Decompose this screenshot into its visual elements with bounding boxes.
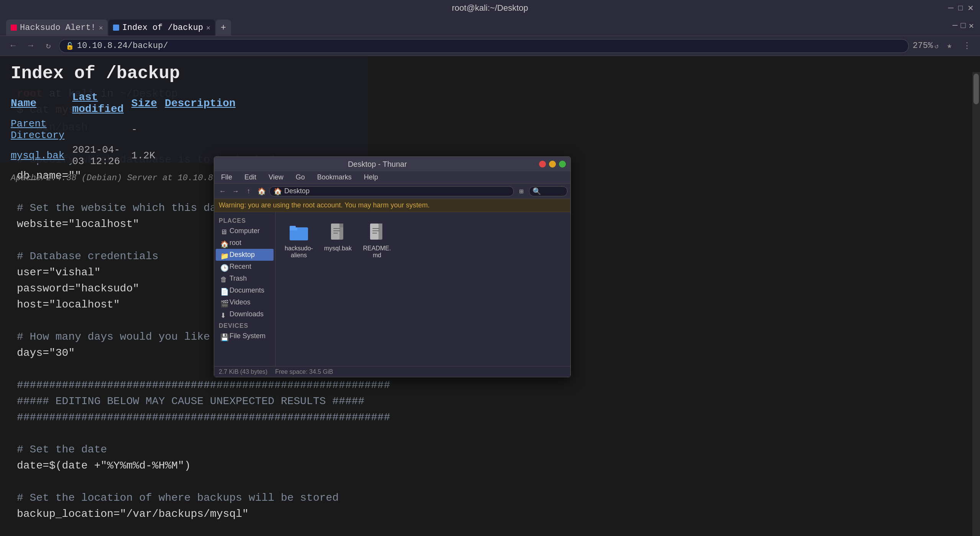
fm-maximize-button[interactable] <box>559 161 566 168</box>
fm-file-readme-md-icon <box>366 221 388 243</box>
scrollbar[interactable] <box>972 72 980 536</box>
svg-rect-10 <box>370 224 379 240</box>
fm-back-btn[interactable]: ← <box>217 186 228 197</box>
col-size: Size <box>131 90 165 117</box>
line-hash-1: ########################################… <box>17 377 963 393</box>
parent-dir-row: Parent Directory - <box>11 117 243 143</box>
fm-sidebar-downloads[interactable]: ⬇ Downloads <box>216 308 274 320</box>
desktop-icon: 📁 <box>220 252 226 258</box>
fm-sidebar-root[interactable]: 🏠 root <box>216 237 274 249</box>
svg-rect-7 <box>333 233 338 233</box>
address-bar[interactable]: 🔓 10.10.8.24/backup/ <box>59 39 909 53</box>
tab-index-backup[interactable]: Index of /backup ✕ <box>108 20 215 36</box>
fm-sidebar-documents[interactable]: 📄 Documents <box>216 284 274 296</box>
new-tab-button[interactable]: + <box>216 20 231 36</box>
filesystem-icon: 💾 <box>220 333 226 339</box>
scrollbar-thumb[interactable] <box>973 74 979 104</box>
fm-minimize-button[interactable] <box>549 161 556 168</box>
minimize-icon[interactable]: ─ <box>948 3 954 13</box>
fm-file-hacksudo-aliens-icon <box>288 221 310 243</box>
fm-file-mysql-bak-label: mysql.bak <box>324 245 352 252</box>
fm-address-bar[interactable]: 🏠 Desktop <box>269 186 514 196</box>
fm-sidebar-documents-label: Documents <box>229 286 264 294</box>
root-icon: 🏠 <box>220 240 226 246</box>
more-button[interactable]: ⋮ <box>960 39 974 53</box>
dir-table: Name Last modified Size Description Pare… <box>11 90 243 169</box>
fm-file-mysql-bak[interactable]: mysql.bak <box>321 218 355 262</box>
fm-file-readme-md-label: README.md <box>363 245 391 259</box>
dir-title: Index of /backup <box>11 64 357 84</box>
mysql-bak-link[interactable]: mysql.bak <box>11 150 64 161</box>
fm-file-hacksudo-aliens[interactable]: hacksudo-aliens <box>282 218 316 262</box>
fm-sidebar-videos[interactable]: 🎬 Videos <box>216 296 274 308</box>
tab-close-1[interactable]: ✕ <box>99 23 103 32</box>
fm-menu-go[interactable]: Go <box>293 173 307 181</box>
svg-rect-11 <box>372 228 379 229</box>
fm-search-icon: 🔍 <box>533 187 541 196</box>
fm-menu-help[interactable]: Help <box>362 173 380 181</box>
svg-rect-8 <box>339 224 343 227</box>
zoom-reset-icon[interactable]: ↺ <box>934 42 939 50</box>
lock-icon: 🔓 <box>66 42 74 50</box>
documents-icon: 📄 <box>220 288 226 294</box>
fm-status-free: Free space: 34.5 GiB <box>275 368 333 375</box>
parent-dir-size: - <box>131 117 165 143</box>
fm-sidebar-computer[interactable]: 🖥 Computer <box>216 225 274 237</box>
fm-menu-view[interactable]: View <box>266 173 286 181</box>
forward-button[interactable]: → <box>24 39 38 53</box>
fm-close-button[interactable] <box>539 161 546 168</box>
file-manager: Desktop - Thunar File Edit View Go Bookm… <box>214 156 571 377</box>
fm-forward-btn[interactable]: → <box>230 186 241 197</box>
svg-rect-12 <box>372 230 379 231</box>
tab-hacksudo-alert[interactable]: Hacksudo Alert! ✕ <box>6 20 108 36</box>
maximize-icon[interactable]: □ <box>958 3 963 13</box>
browser-window-controls: ─ □ ✕ <box>952 21 974 31</box>
svg-rect-5 <box>333 228 340 229</box>
browser-toolbar: ← → ↻ 🔓 10.10.8.24/backup/ 275% ↺ ★ ⋮ <box>0 36 980 56</box>
fm-toolbar: ← → ↑ 🏠 🏠 Desktop ⊞ 🔍 <box>214 184 570 199</box>
line-19: date=$(date +"%Y%m%d-%H%M") <box>17 458 963 474</box>
fm-statusbar: 2.7 KiB (43 bytes) Free space: 34.5 GiB <box>214 366 570 377</box>
fm-file-hacksudo-aliens-label: hacksudo-aliens <box>285 245 313 259</box>
fm-sidebar-computer-label: Computer <box>229 227 260 235</box>
fm-sidebar-filesystem[interactable]: 💾 File System <box>216 330 274 342</box>
fm-up-btn[interactable]: ↑ <box>243 186 254 197</box>
fm-sidebar-recent-label: Recent <box>229 263 251 271</box>
parent-dir-link[interactable]: Parent Directory <box>11 118 64 141</box>
line-21: # Set the location of where backups will… <box>17 490 963 506</box>
back-button[interactable]: ← <box>6 39 20 53</box>
computer-icon: 🖥 <box>220 228 226 234</box>
reload-button[interactable]: ↻ <box>41 39 55 53</box>
fm-sidebar-desktop[interactable]: 📁 Desktop <box>216 249 274 261</box>
fm-menu-bookmarks[interactable]: Bookmarks <box>315 173 354 181</box>
browser-close[interactable]: ✕ <box>969 21 974 31</box>
mysql-bak-size: 1.2K <box>131 143 165 169</box>
fm-menu-edit[interactable]: Edit <box>242 173 259 181</box>
fm-sidebar-videos-label: Videos <box>229 298 251 306</box>
line-blank-6 <box>17 426 963 442</box>
browser-maximize[interactable]: □ <box>961 21 966 31</box>
fm-sidebar-root-label: root <box>229 239 241 247</box>
fm-file-area: hacksudo-aliens <box>275 212 570 366</box>
fm-places-label: PLACES <box>214 215 275 225</box>
line-hash-2: ##### EDITING BELOW MAY CAUSE UNEXPECTED… <box>17 393 963 409</box>
browser-minimize[interactable]: ─ <box>952 21 957 31</box>
videos-icon: 🎬 <box>220 299 226 306</box>
browser-tabbar: Hacksudo Alert! ✕ Index of /backup ✕ + ─… <box>0 16 980 36</box>
fm-view-toggle[interactable]: ⊞ <box>516 186 527 197</box>
svg-rect-13 <box>372 233 377 233</box>
fm-search-box[interactable]: 🔍 <box>529 186 567 196</box>
mysql-bak-date: 2021-04-03 12:26 <box>72 143 131 169</box>
main-content: root at kali in ~/Desktop $ cat mysql.ba… <box>0 56 980 536</box>
tab-close-2[interactable]: ✕ <box>206 23 210 32</box>
fm-sidebar-recent[interactable]: 🕒 Recent <box>216 261 274 273</box>
fm-home-btn[interactable]: 🏠 <box>256 186 267 197</box>
fm-window-buttons <box>539 161 566 168</box>
fm-menubar: File Edit View Go Bookmarks Help <box>214 171 570 184</box>
fm-file-readme-md[interactable]: README.md <box>360 218 394 262</box>
col-desc: Description <box>165 90 243 117</box>
bookmark-button[interactable]: ★ <box>942 39 956 53</box>
fm-menu-file[interactable]: File <box>219 173 234 181</box>
close-icon[interactable]: ✕ <box>967 3 974 13</box>
fm-sidebar-trash[interactable]: 🗑 Trash <box>216 273 274 284</box>
